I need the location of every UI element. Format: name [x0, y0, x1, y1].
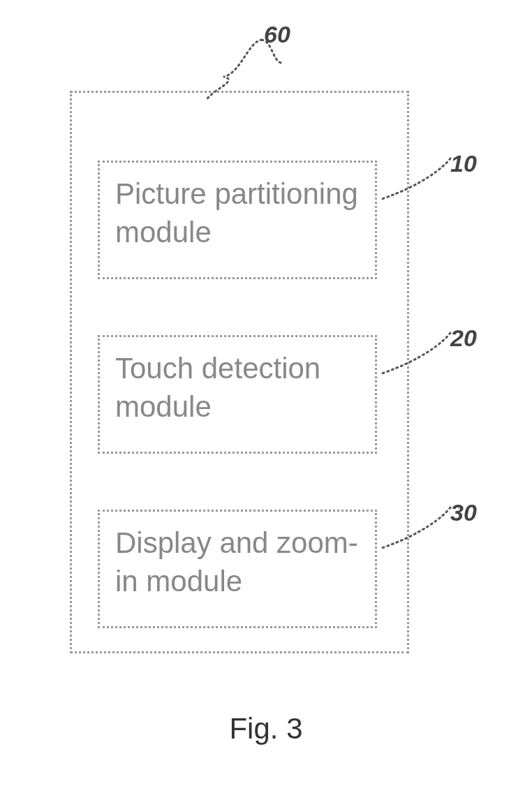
reference-numeral-60: 60 [264, 21, 290, 48]
module-box-3: Display and zoom-in module [98, 510, 377, 628]
module-box-1: Picture partitioning module [98, 161, 377, 279]
module-label-3: Display and zoom-in module [115, 524, 360, 600]
reference-numeral-10: 10 [450, 150, 477, 177]
leader-line-10-icon [380, 157, 457, 206]
module-label-2: Touch detection module [115, 350, 360, 426]
figure-caption: Fig. 3 [0, 712, 532, 746]
leader-line-20-icon [380, 332, 457, 380]
reference-numeral-30: 30 [450, 499, 477, 526]
module-box-2: Touch detection module [98, 335, 377, 454]
reference-numeral-20: 20 [450, 325, 477, 352]
leader-line-30-icon [380, 506, 457, 555]
module-label-1: Picture partitioning module [115, 175, 360, 251]
